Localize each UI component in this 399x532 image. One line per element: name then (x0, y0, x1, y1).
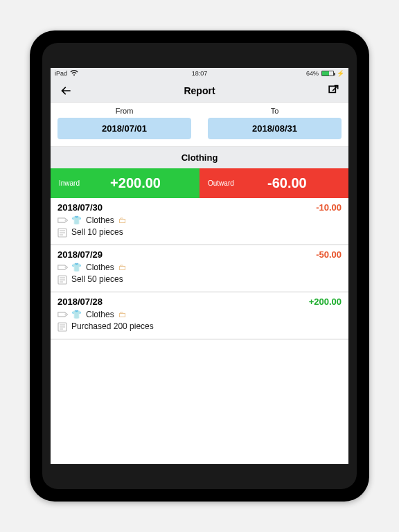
inward-value: +200.00 (80, 175, 191, 191)
to-date-button[interactable]: 2018/08/31 (208, 118, 342, 139)
tag-icon (57, 263, 67, 272)
tx-note: Sell 50 pieces (71, 274, 123, 284)
carrier-label: iPad (55, 70, 67, 77)
clock: 18:07 (192, 70, 208, 77)
tx-tag: Clothes (86, 215, 114, 225)
tx-date: 2018/07/28 (57, 296, 103, 307)
nav-bar: Report (51, 79, 348, 103)
folder-icon: 🗀 (118, 310, 127, 319)
category-header: Clothing (51, 147, 348, 168)
from-label: From (116, 107, 134, 115)
tag-icon (57, 216, 67, 224)
tx-amount: -10.00 (316, 202, 342, 213)
outward-total: Outward -60.00 (200, 168, 348, 198)
battery-icon (321, 71, 334, 76)
tx-note: Sell 10 pieces (71, 227, 123, 237)
tx-tag: Clothes (86, 263, 114, 272)
transaction-row[interactable]: 2018/07/30-10.00👕Clothes🗀Sell 10 pieces (51, 198, 348, 245)
transaction-list[interactable]: 2018/07/30-10.00👕Clothes🗀Sell 10 pieces2… (51, 198, 348, 464)
device-inner: iPad 18:07 64% ⚡ Report (42, 43, 357, 489)
tx-date: 2018/07/29 (57, 249, 103, 260)
screen: iPad 18:07 64% ⚡ Report (51, 68, 348, 464)
page-title: Report (184, 85, 215, 96)
svg-point-0 (64, 220, 66, 221)
folder-icon: 🗀 (118, 263, 127, 272)
tx-tag: Clothes (86, 310, 114, 319)
tx-amount: +200.00 (309, 296, 342, 307)
note-icon (57, 322, 67, 330)
device-frame: iPad 18:07 64% ⚡ Report (30, 30, 369, 502)
inward-label: Inward (59, 179, 80, 187)
charging-icon: ⚡ (337, 70, 344, 77)
from-date-button[interactable]: 2018/07/01 (57, 118, 191, 139)
clothes-icon: 👕 (71, 310, 82, 319)
outward-value: -60.00 (234, 175, 340, 191)
share-button[interactable] (325, 82, 342, 99)
transaction-row[interactable]: 2018/07/28+200.00👕Clothes🗀Purchased 200 … (51, 292, 348, 339)
outward-label: Outward (208, 179, 234, 187)
to-label: To (271, 107, 279, 115)
wifi-icon (70, 70, 78, 78)
date-range: From 2018/07/01 To 2018/08/31 (51, 103, 348, 147)
folder-icon: 🗀 (118, 215, 127, 225)
tx-note: Purchased 200 pieces (71, 321, 154, 331)
transaction-row[interactable]: 2018/07/29-50.00👕Clothes🗀Sell 50 pieces (51, 245, 348, 292)
tx-amount: -50.00 (316, 249, 342, 260)
totals-bar: Inward +200.00 Outward -60.00 (51, 168, 348, 198)
svg-point-2 (64, 267, 66, 268)
battery-pct: 64% (306, 70, 319, 77)
note-icon (57, 228, 67, 236)
svg-point-4 (64, 314, 66, 315)
status-bar: iPad 18:07 64% ⚡ (51, 68, 348, 79)
inward-total: Inward +200.00 (51, 168, 200, 198)
clothes-icon: 👕 (71, 263, 82, 272)
note-icon (57, 275, 67, 283)
clothes-icon: 👕 (71, 215, 82, 225)
back-button[interactable] (57, 82, 74, 99)
tx-date: 2018/07/30 (57, 202, 103, 213)
tag-icon (57, 310, 67, 319)
